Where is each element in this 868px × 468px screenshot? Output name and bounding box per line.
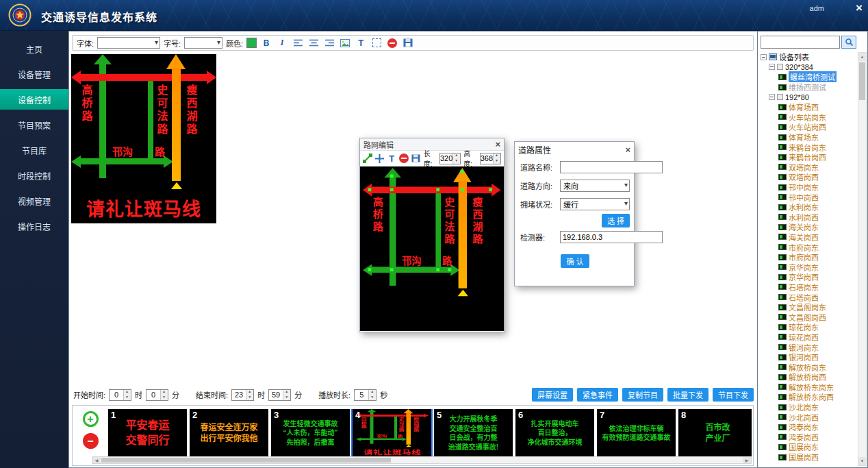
detector-input[interactable]	[560, 231, 663, 243]
device-item-label[interactable]: 水利岗东	[789, 201, 819, 212]
device-item-label[interactable]: 火车站岗西	[789, 121, 826, 132]
duration-input[interactable]: 5	[354, 389, 376, 401]
edit-node[interactable]	[368, 268, 372, 271]
sidebar-item-time-control[interactable]: 时段控制	[0, 165, 68, 186]
edit-node[interactable]	[436, 188, 439, 191]
device-item-label[interactable]: 水利岗西	[789, 212, 819, 223]
device-item-label[interactable]: 京华岗东	[789, 262, 819, 273]
edit-node[interactable]	[390, 188, 394, 191]
device-item-label[interactable]: 沙北岗东	[789, 402, 819, 412]
device-item-label[interactable]: 解放桥东岗东	[789, 382, 834, 393]
scroll-down-icon[interactable]: ▼	[858, 457, 866, 465]
sidebar-item-device-management[interactable]: 设备管理	[0, 64, 68, 84]
search-button[interactable]	[841, 36, 856, 49]
italic-button[interactable]: I	[276, 37, 288, 49]
spin-down-icon[interactable]	[369, 395, 376, 400]
align-right-icon[interactable]	[323, 37, 335, 49]
close-icon[interactable]: ×	[625, 145, 630, 155]
device-group-label[interactable]: 192*80	[785, 93, 809, 101]
screen-settings-button[interactable]: 屏幕设置	[532, 388, 573, 402]
device-item-label[interactable]: 体育场东	[789, 132, 819, 143]
bold-button[interactable]: B	[260, 37, 272, 49]
device-item-label[interactable]: 邗中岗东	[789, 182, 819, 193]
congestion-select[interactable]: 缓行	[560, 198, 630, 210]
program-thumb-4[interactable]: 4 高桥路 史可法路 瘦西湖路 邗沟 路 请礼让斑马线	[353, 409, 431, 457]
font-select[interactable]	[97, 37, 160, 49]
device-item-label[interactable]: 文昌阁岗东	[789, 301, 826, 312]
close-icon[interactable]: ×	[856, 2, 863, 14]
sidebar-item-program-library[interactable]: 节目库	[0, 140, 68, 160]
spin-up-icon[interactable]	[124, 390, 131, 395]
device-item-label[interactable]: 市府岗西	[789, 251, 819, 262]
spin-down-icon[interactable]	[283, 395, 290, 400]
device-item-label[interactable]: 解放桥东岗西	[789, 391, 834, 402]
device-item-label[interactable]: 石塔岗西	[789, 292, 819, 303]
device-item-label[interactable]: 沙北岗西	[789, 412, 819, 423]
start-hour-input[interactable]: 0	[109, 389, 131, 401]
road-name-input[interactable]	[560, 161, 663, 173]
spin-down-icon[interactable]	[161, 395, 168, 400]
user-name[interactable]: adm	[810, 4, 824, 12]
close-icon[interactable]: ×	[495, 139, 500, 149]
road-direction-select[interactable]: 来向	[560, 180, 630, 192]
program-thumb-3[interactable]: 3发生轻微交通事故“人未伤，车能动”先拍照，后撤离	[271, 409, 350, 457]
device-item-label[interactable]: 京华岗西	[789, 271, 819, 282]
horizontal-scrollbar[interactable]: ◀ ▶	[92, 456, 752, 464]
device-group-label[interactable]: 320*384	[785, 63, 813, 71]
color-swatch[interactable]	[246, 38, 257, 48]
editor-canvas[interactable]: 高桥路 史可法路 瘦西湖路 邗沟 路 请礼让斑马线	[360, 167, 504, 331]
device-item-label[interactable]: 国展岗西	[789, 452, 819, 463]
scrollbar-thumb[interactable]	[859, 62, 865, 100]
spin-down-icon[interactable]	[494, 158, 500, 164]
sidebar-item-video-management[interactable]: 视频管理	[0, 190, 68, 211]
align-left-icon[interactable]	[292, 37, 304, 49]
start-minute-input[interactable]: 0	[146, 389, 168, 401]
device-item-label[interactable]: 琼花岗东	[789, 321, 819, 332]
program-thumb-1[interactable]: 1平安春运交警同行	[108, 409, 187, 457]
program-thumb-8[interactable]: 8百市改产业厂	[678, 409, 752, 457]
height-input[interactable]: 368	[480, 153, 501, 164]
device-item-label[interactable]: 鸿泰岗东	[789, 421, 819, 432]
remove-icon[interactable]	[386, 37, 398, 49]
save-icon[interactable]	[411, 153, 421, 164]
edit-node[interactable]	[436, 268, 439, 271]
end-minute-input[interactable]: 59	[268, 389, 291, 401]
emergency-event-button[interactable]: 紧急事件	[577, 388, 618, 402]
device-item-label[interactable]: 螺丝湾桥测试	[789, 71, 837, 82]
scroll-left-icon[interactable]: ◀	[92, 457, 101, 463]
device-item-label[interactable]: 火车站岗东	[789, 112, 826, 123]
save-icon[interactable]	[402, 37, 414, 49]
vertical-scrollbar[interactable]: ▲ ▼	[858, 52, 867, 466]
edit-node[interactable]	[461, 188, 464, 191]
device-item-label[interactable]: 国展岗东	[789, 441, 819, 452]
size-select[interactable]	[184, 37, 222, 49]
edit-node[interactable]	[448, 268, 451, 271]
device-item-label[interactable]: 维扬西测试	[789, 82, 826, 93]
scroll-up-icon[interactable]: ▲	[858, 53, 866, 61]
sidebar-item-home[interactable]: 主页	[0, 38, 68, 59]
tree-root-label[interactable]: 设备列表	[779, 52, 809, 62]
text-tool-icon[interactable]	[355, 37, 367, 49]
edit-node[interactable]	[390, 175, 394, 178]
sidebar-item-operation-log[interactable]: 操作日志	[0, 216, 68, 236]
delete-icon[interactable]	[399, 153, 409, 164]
image-icon[interactable]	[339, 37, 351, 49]
search-input[interactable]	[761, 36, 840, 49]
add-program-button[interactable]: +	[83, 411, 99, 427]
device-item-label[interactable]: 市府岗东	[789, 242, 819, 253]
sign-preview[interactable]: 高桥路 史可法路 瘦西湖路 邗沟 路 请礼让斑马线	[71, 54, 216, 223]
edit-node[interactable]	[489, 188, 492, 191]
program-send-button[interactable]: 节目下发	[713, 388, 754, 402]
spin-down-icon[interactable]	[124, 395, 131, 400]
spin-up-icon[interactable]	[161, 390, 168, 395]
spin-up-icon[interactable]	[494, 153, 500, 159]
properties-titlebar[interactable]: 道路属性 ×	[515, 142, 634, 157]
device-item-label[interactable]: 邗中岗西	[789, 192, 819, 203]
device-item-label[interactable]: 解放桥岗东	[789, 362, 826, 373]
spin-up-icon[interactable]	[283, 390, 290, 395]
confirm-button[interactable]: 确 认	[561, 254, 589, 268]
device-item-label[interactable]: 双塔岗西	[789, 171, 819, 182]
draw-road-icon[interactable]	[363, 153, 372, 164]
spin-up-icon[interactable]	[453, 153, 460, 159]
program-thumb-7[interactable]: 7依法治理非标车辆有效预防道路交通事故	[597, 409, 676, 457]
